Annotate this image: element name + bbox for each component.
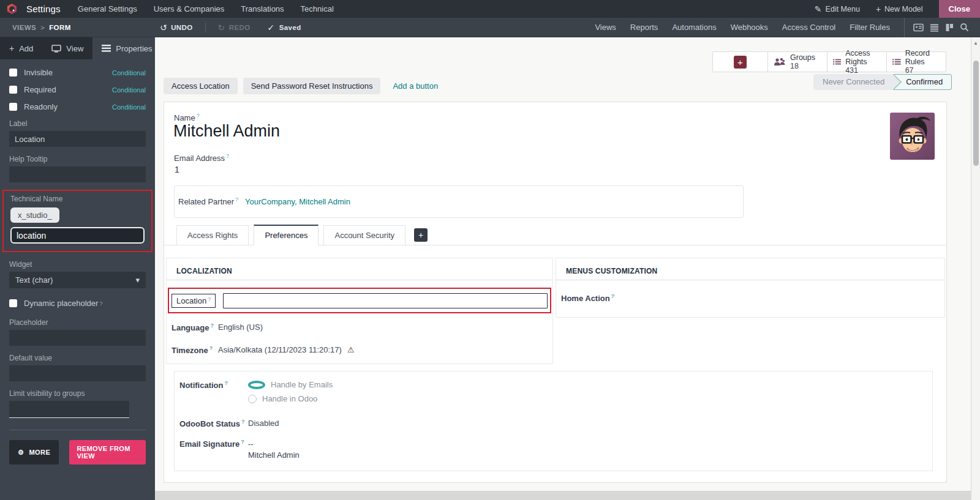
add-stat-button[interactable]: + [713, 52, 767, 72]
redo-button[interactable]: ↻ REDO [218, 23, 251, 32]
required-conditional-link[interactable]: Conditional [112, 86, 146, 94]
technical-name-input[interactable] [10, 227, 145, 244]
sidebar-tab-add[interactable]: + Add [0, 37, 42, 59]
edit-menu-button[interactable]: ✎ Edit Menu [815, 4, 860, 14]
readonly-conditional-link[interactable]: Conditional [112, 103, 146, 111]
record-rules-value: 67 [905, 66, 940, 75]
horizontal-scrollbar[interactable] [155, 491, 971, 500]
pencil-icon: ✎ [815, 4, 822, 14]
default-value-input[interactable] [9, 365, 146, 381]
tab-preferences[interactable]: Preferences [254, 225, 318, 245]
status-never-connected[interactable]: Never Connected [813, 74, 894, 90]
dynamic-placeholder-checkbox[interactable] [9, 299, 17, 307]
breadcrumb-views[interactable]: VIEWS [12, 24, 36, 31]
default-value-label: Default value [9, 354, 146, 362]
groups-label: Groups [790, 53, 815, 62]
radio-handle-in-odoo[interactable]: Handle in Odoo [248, 394, 333, 403]
toolbar-menu-filter-rules[interactable]: Filter Rules [850, 23, 890, 32]
toolbar-menu-automations[interactable]: Automations [672, 23, 716, 32]
help-tooltip-input[interactable] [9, 166, 146, 182]
stat-button-box: + Groups 18 [712, 51, 946, 72]
odoobot-status-value: Disabled [248, 419, 279, 428]
menus-customization-group: MENUS CUSTOMIZATION Home Action? [556, 258, 945, 318]
gear-icon: ⚙ [18, 449, 24, 457]
add-a-button-link[interactable]: Add a button [393, 81, 438, 91]
location-input[interactable] [223, 293, 548, 308]
breadcrumb-form: FORM [49, 24, 70, 31]
email-signature-label: Email Signature? [179, 439, 248, 449]
help-question-icon: ? [210, 323, 214, 329]
add-tab-button[interactable]: + [414, 228, 428, 242]
email-signature-label-text: Email Signature [179, 440, 239, 449]
odoo-studio-logo-icon[interactable] [6, 3, 18, 15]
more-button[interactable]: ⚙ MORE [9, 440, 59, 465]
send-password-reset-button[interactable]: Send Password Reset Instructions [243, 78, 381, 94]
toolbar-menu-access-control[interactable]: Access Control [782, 23, 835, 32]
email-field-value: 1 [175, 165, 179, 174]
toolbar-menu-webhooks[interactable]: Webhooks [731, 23, 768, 32]
name-field-value: Mitchell Admin [173, 122, 280, 141]
odoobot-label-text: OdooBot Status [179, 419, 240, 428]
menu-users-companies[interactable]: Users & Companies [154, 4, 225, 13]
stat-button-record-rules[interactable]: Record Rules 67 [886, 52, 946, 72]
check-icon: ✓ [268, 23, 275, 32]
placeholder-input[interactable] [9, 330, 146, 346]
help-question-icon: ? [235, 196, 238, 203]
app-title[interactable]: Settings [26, 4, 61, 14]
sidebar-tab-view[interactable]: View [42, 37, 92, 59]
undo-button[interactable]: ↺ UNDO [160, 23, 193, 32]
avatar[interactable] [890, 113, 935, 160]
related-partner-link[interactable]: YourCompany, Mitchell Admin [245, 197, 350, 206]
help-question-icon: ? [197, 113, 200, 119]
technical-name-label: Technical Name [10, 195, 145, 203]
undo-label: UNDO [171, 24, 192, 31]
odoobot-row: OdooBot Status? Disabled [175, 419, 932, 428]
status-confirmed[interactable]: Confirmed [894, 74, 952, 90]
menu-translations[interactable]: Translations [241, 4, 284, 13]
limit-visibility-input[interactable] [9, 401, 129, 418]
invisible-checkbox[interactable] [9, 69, 17, 76]
scrollbar-thumb[interactable] [973, 61, 979, 166]
invisible-conditional-link[interactable]: Conditional [112, 69, 146, 76]
widget-select[interactable]: Text (char) ▾ [9, 272, 146, 288]
notification-label: Notification? [179, 380, 248, 390]
save-status: ✓ Saved [268, 23, 301, 32]
stat-button-groups[interactable]: Groups 18 [767, 52, 827, 72]
list-ul-icon [892, 58, 901, 66]
close-studio-button[interactable]: Close [939, 0, 980, 18]
form-view-icon[interactable] [913, 23, 924, 32]
tab-view-label: View [66, 44, 83, 53]
required-checkbox[interactable] [9, 86, 17, 94]
remove-from-view-button[interactable]: REMOVE FROM VIEW [69, 440, 146, 465]
related-partner-label: Related Partner? [178, 196, 245, 206]
tab-account-security[interactable]: Account Security [323, 225, 405, 245]
scroll-up-arrow[interactable]: ▲ [971, 37, 980, 46]
timezone-label-text: Timezone [172, 346, 208, 356]
radio-handle-by-emails[interactable]: Handle by Emails [248, 380, 333, 389]
search-icon[interactable] [960, 23, 969, 32]
sidebar-tab-properties[interactable]: Properties [92, 37, 161, 59]
new-model-button[interactable]: + New Model [876, 4, 923, 14]
access-location-button[interactable]: Access Location [164, 78, 238, 94]
help-question-icon: ? [99, 300, 102, 307]
menu-technical[interactable]: Technical [301, 4, 334, 13]
location-field-label[interactable]: Location? [172, 294, 216, 308]
home-action-label: Home Action? [561, 293, 614, 303]
menu-general-settings[interactable]: General Settings [78, 4, 137, 13]
toolbar-menu-reports[interactable]: Reports [630, 23, 658, 32]
plus-icon: + [734, 56, 747, 69]
limit-visibility-label: Limit visibility to groups [9, 389, 146, 398]
help-question-icon: ? [241, 439, 244, 445]
language-label-text: Language [172, 323, 209, 332]
readonly-checkbox[interactable] [9, 103, 17, 111]
warning-icon: ⚠ [347, 345, 355, 354]
toolbar-menu-views[interactable]: Views [595, 23, 616, 32]
label-field-input[interactable] [9, 131, 146, 147]
stat-button-access-rights[interactable]: Access Rights 431 [827, 52, 886, 72]
help-question-icon: ? [225, 380, 228, 386]
plus-icon: + [876, 4, 881, 14]
tab-access-rights[interactable]: Access Rights [176, 225, 249, 245]
help-tooltip-label: Help Tooltip [9, 155, 146, 163]
list-view-icon[interactable] [930, 23, 939, 32]
kanban-view-icon[interactable] [945, 23, 954, 32]
